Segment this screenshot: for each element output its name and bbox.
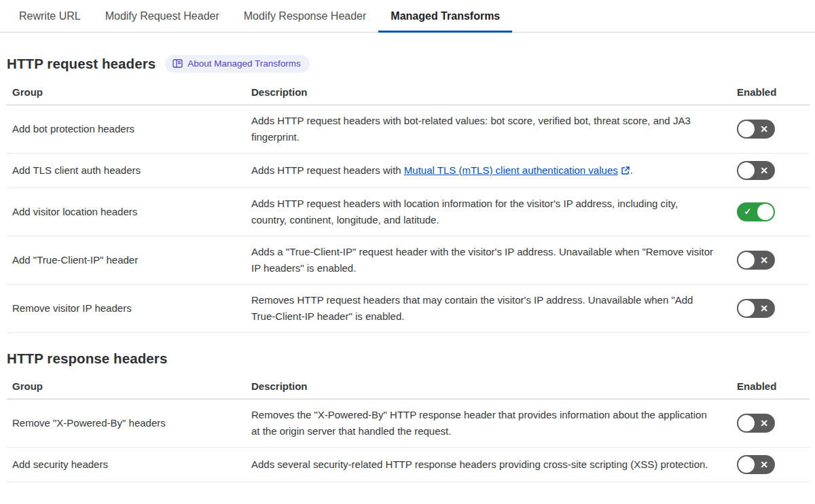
description-cell: Adds HTTP request headers with location … — [246, 188, 731, 236]
response-headers-section-title: HTTP response headers — [7, 350, 167, 367]
enabled-cell: ✕ — [731, 154, 810, 188]
x-icon: ✕ — [755, 120, 773, 139]
description-cell: Removes HTTP request headers that may co… — [246, 285, 731, 333]
check-icon: ✓ — [739, 202, 757, 221]
external-link-icon — [618, 164, 630, 176]
description-cell: Adds HTTP request headers with Mutual TL… — [246, 154, 731, 188]
request-headers-section-title: HTTP request headers — [7, 56, 156, 72]
table-header-row: Group Description Enabled — [7, 81, 810, 105]
toggle-add-true-client-ip-header[interactable]: ✕ — [737, 251, 775, 270]
toggle-remove-x-powered-by-headers[interactable]: ✕ — [737, 414, 775, 433]
group-cell: Remove visitor IP headers — [7, 285, 246, 333]
enabled-cell: ✕ — [731, 448, 810, 482]
column-header-description: Description — [246, 81, 731, 105]
table-row: Add bot protection headersAdds HTTP requ… — [7, 105, 810, 154]
managed-transforms-panel: HTTP request headers About Managed Trans… — [0, 55, 815, 497]
description-link[interactable]: Mutual TLS (mTLS) client authentication … — [404, 164, 618, 176]
about-badge-label: About Managed Transforms — [187, 58, 301, 69]
column-header-enabled: Enabled — [731, 375, 810, 399]
table-row: Add TLS client auth headersAdds HTTP req… — [7, 154, 810, 188]
x-icon: ✕ — [755, 251, 773, 270]
group-cell: Add visitor location headers — [7, 188, 246, 236]
column-header-group: Group — [7, 81, 246, 105]
response-headers-table: Group Description Enabled Remove "X-Powe… — [7, 375, 810, 482]
toggle-knob — [738, 121, 755, 137]
description-cell: Adds HTTP request headers with bot-relat… — [246, 105, 731, 154]
group-cell: Add security headers — [7, 448, 246, 482]
request-headers-table: Group Description Enabled Add bot protec… — [7, 81, 810, 333]
toggle-add-bot-protection-headers[interactable]: ✕ — [737, 120, 775, 139]
table-row: Add visitor location headersAdds HTTP re… — [7, 188, 810, 236]
enabled-cell: ✕ — [731, 236, 810, 285]
x-icon: ✕ — [755, 414, 773, 433]
toggle-knob — [738, 300, 755, 317]
tab-rewrite-url[interactable]: Rewrite URL — [7, 0, 93, 32]
toggle-knob — [738, 415, 755, 431]
column-header-description: Description — [246, 375, 731, 399]
enabled-cell: ✓ — [731, 188, 810, 236]
tab-managed-transforms[interactable]: Managed Transforms — [378, 0, 512, 32]
description-cell: Removes the "X-Powered-By" HTTP response… — [246, 399, 731, 448]
toggle-knob — [757, 204, 774, 220]
description-cell: Adds several security-related HTTP respo… — [246, 448, 731, 482]
about-managed-transforms-link[interactable]: About Managed Transforms — [165, 55, 310, 73]
description-cell: Adds a "True-Client-IP" request header w… — [246, 236, 731, 285]
tab-modify-response-header[interactable]: Modify Response Header — [232, 0, 379, 32]
group-cell: Add "True-Client-IP" header — [7, 236, 246, 285]
enabled-cell: ✕ — [731, 105, 810, 154]
toggle-add-tls-client-auth-headers[interactable]: ✕ — [737, 161, 775, 180]
x-icon: ✕ — [755, 161, 773, 180]
x-icon: ✕ — [755, 455, 773, 474]
toggle-knob — [738, 252, 755, 268]
toggle-add-security-headers[interactable]: ✕ — [737, 455, 775, 474]
transform-rules-tabbar: Rewrite URL Modify Request Header Modify… — [0, 0, 815, 33]
book-icon — [173, 59, 183, 68]
toggle-remove-visitor-ip-headers[interactable]: ✕ — [737, 299, 775, 318]
group-cell: Add TLS client auth headers — [7, 154, 246, 188]
column-header-enabled: Enabled — [731, 81, 810, 105]
group-cell: Remove "X-Powered-By" headers — [7, 399, 246, 448]
table-row: Add security headersAdds several securit… — [7, 448, 810, 482]
table-row: Remove visitor IP headersRemoves HTTP re… — [7, 285, 810, 333]
table-row: Add "True-Client-IP" headerAdds a "True-… — [7, 236, 810, 285]
column-header-group: Group — [7, 375, 246, 399]
enabled-cell: ✕ — [731, 399, 810, 448]
toggle-knob — [738, 162, 755, 179]
x-icon: ✕ — [755, 299, 773, 318]
toggle-knob — [738, 456, 755, 473]
tab-modify-request-header[interactable]: Modify Request Header — [93, 0, 232, 32]
toggle-add-visitor-location-headers[interactable]: ✓ — [737, 202, 775, 221]
table-row: Remove "X-Powered-By" headersRemoves the… — [7, 399, 810, 448]
enabled-cell: ✕ — [731, 285, 810, 333]
table-header-row: Group Description Enabled — [7, 375, 810, 399]
group-cell: Add bot protection headers — [7, 105, 246, 154]
